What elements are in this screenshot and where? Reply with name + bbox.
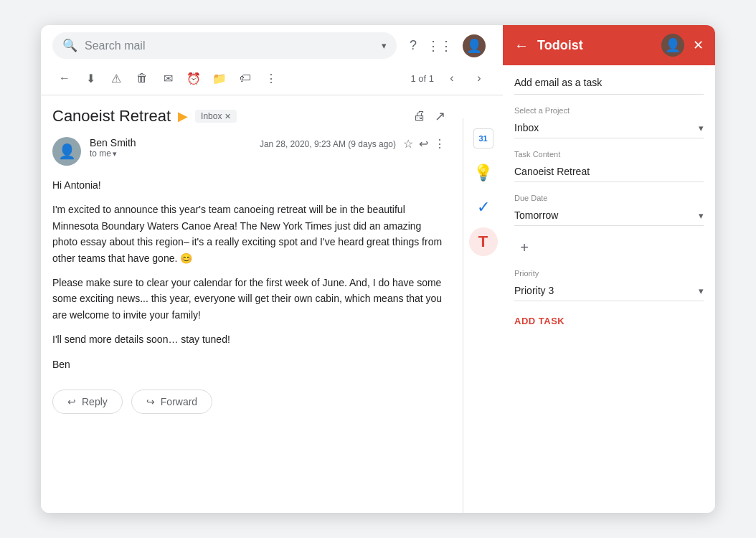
todoist-close-button[interactable]: ✕ bbox=[693, 37, 704, 53]
print-icon[interactable]: 🖨 bbox=[413, 108, 426, 124]
body-greeting: Hi Antonia! bbox=[52, 177, 445, 193]
more-icon[interactable]: ⋮ bbox=[259, 66, 283, 90]
due-date-label: Due Date bbox=[514, 194, 704, 202]
todoist-header: ← Todoist 👤 ✕ bbox=[503, 25, 715, 65]
label-icon[interactable]: 🏷 bbox=[233, 66, 257, 90]
email-header-actions: 🖨 ↗ bbox=[413, 108, 445, 124]
email-body: Hi Antonia! I'm excited to announce this… bbox=[52, 177, 445, 372]
forward-button[interactable]: ↪ Forward bbox=[131, 390, 212, 414]
search-chevron-icon[interactable]: ▾ bbox=[382, 40, 387, 51]
priority-chevron-icon: ▾ bbox=[699, 285, 704, 296]
search-placeholder: Search mail bbox=[85, 39, 374, 52]
todoist-title: Todoist bbox=[537, 38, 653, 53]
more-icon[interactable]: ⋮ bbox=[434, 137, 445, 151]
reply-buttons: ↩ Reply ↪ Forward bbox=[52, 390, 445, 420]
email-meta: 👤 Ben Smith to me ▾ Jan 28, 2020, 9:23 A… bbox=[52, 137, 445, 166]
keep-sidebar-icon[interactable]: 💡 bbox=[469, 159, 498, 187]
inbox-label: Inbox bbox=[201, 111, 222, 121]
email-content: Canoeist Retreat ▶ Inbox ✕ 🖨 ↗ 👤 bbox=[41, 95, 463, 513]
add-email-task-label: Add email as a task bbox=[514, 77, 704, 95]
star-icon[interactable]: ☆ bbox=[403, 137, 413, 151]
project-value: Inbox bbox=[514, 122, 539, 133]
reply-arrow-icon: ↩ bbox=[67, 396, 76, 407]
top-row: 🔍 Search mail ▾ ? ⋮⋮ 👤 bbox=[41, 25, 503, 62]
todoist-body: Add email as a task Select a Project Inb… bbox=[503, 65, 715, 513]
sender-info: Ben Smith to me ▾ bbox=[90, 137, 251, 159]
priority-text: Priority 3 bbox=[514, 285, 554, 296]
snooze-icon[interactable]: ⏰ bbox=[181, 66, 206, 90]
apps-icon[interactable]: ⋮⋮ bbox=[427, 38, 453, 54]
header-icons: ? ⋮⋮ 👤 bbox=[404, 34, 491, 57]
gmail-panel: 🔍 Search mail ▾ ? ⋮⋮ 👤 ← ⬇ ⚠ 🗑 ✉ ⏰ 📁 🏷 ⋮ bbox=[41, 25, 503, 513]
reply-button[interactable]: ↩ Reply bbox=[52, 390, 123, 414]
todoist-sidebar-icon[interactable]: T bbox=[469, 227, 498, 256]
due-date-select[interactable]: Tomorrow ▾ bbox=[514, 205, 704, 226]
tasks-icon: ✓ bbox=[477, 198, 490, 217]
priority-value: Priority 3 bbox=[514, 285, 554, 296]
back-button[interactable]: ← bbox=[52, 66, 77, 90]
task-content-value[interactable]: Canoeist Retreat bbox=[514, 161, 704, 182]
mark-unread-icon[interactable]: ✉ bbox=[156, 66, 180, 90]
email-date: Jan 28, 2020, 9:23 AM (9 days ago) bbox=[260, 139, 396, 149]
body-paragraph-3: I'll send more details soon… stay tuned! bbox=[52, 331, 445, 347]
remove-label-button[interactable]: ✕ bbox=[225, 112, 231, 121]
move-icon[interactable]: 📁 bbox=[207, 66, 232, 90]
todoist-icon: T bbox=[478, 232, 488, 251]
prev-page-button[interactable]: ‹ bbox=[440, 66, 464, 90]
open-in-new-icon[interactable]: ↗ bbox=[435, 108, 445, 124]
delete-icon[interactable]: 🗑 bbox=[130, 66, 154, 90]
forward-label: Forward bbox=[161, 396, 197, 407]
forward-arrow-icon: ▶ bbox=[178, 108, 188, 124]
project-chevron-icon: ▾ bbox=[699, 123, 704, 133]
sender-date-row: Jan 28, 2020, 9:23 AM (9 days ago) ☆ ↩ ⋮ bbox=[260, 137, 445, 151]
forward-arrow-icon: ↪ bbox=[146, 396, 155, 407]
search-area: 🔍 Search mail ▾ bbox=[52, 32, 397, 59]
body-paragraph-1: I'm excited to announce this year's team… bbox=[52, 202, 445, 266]
todoist-back-button[interactable]: ← bbox=[514, 37, 529, 54]
sender-avatar: 👤 bbox=[52, 137, 81, 166]
help-icon[interactable]: ? bbox=[410, 38, 417, 53]
task-content-label: Task Content bbox=[514, 150, 704, 159]
body-paragraph-2: Please make sure to clear your calendar … bbox=[52, 275, 445, 323]
calendar-number: 31 bbox=[478, 134, 487, 143]
calendar-sidebar-icon[interactable]: 31 bbox=[469, 124, 498, 153]
add-task-button[interactable]: ADD TASK bbox=[514, 313, 704, 329]
due-date-text: Tomorrow bbox=[514, 209, 558, 221]
to-label: to me bbox=[90, 148, 111, 159]
email-subject: Canoeist Retreat bbox=[52, 107, 171, 126]
task-content-field-group: Task Content Canoeist Retreat bbox=[514, 150, 704, 182]
search-icon: 🔍 bbox=[62, 38, 77, 53]
todoist-user-avatar[interactable]: 👤 bbox=[661, 34, 684, 57]
priority-label: Priority bbox=[514, 269, 704, 278]
calendar-icon: 31 bbox=[473, 128, 493, 148]
user-avatar[interactable]: 👤 bbox=[463, 34, 486, 57]
pager: 1 of 1 ‹ › bbox=[410, 66, 491, 90]
due-date-value: Tomorrow bbox=[514, 209, 558, 221]
tasks-sidebar-icon[interactable]: ✓ bbox=[469, 193, 498, 222]
sender-name-row: Ben Smith bbox=[90, 137, 251, 148]
add-field-button[interactable]: + bbox=[514, 237, 534, 258]
report-icon[interactable]: ⚠ bbox=[104, 66, 128, 90]
todoist-panel: ← Todoist 👤 ✕ Add email as a task Select… bbox=[503, 25, 715, 513]
email-subject-row: Canoeist Retreat ▶ Inbox ✕ 🖨 ↗ bbox=[52, 107, 445, 126]
due-date-chevron-icon: ▾ bbox=[699, 210, 704, 221]
pager-text: 1 of 1 bbox=[410, 73, 434, 84]
sender-to: to me ▾ bbox=[90, 148, 251, 159]
email-toolbar: ← ⬇ ⚠ 🗑 ✉ ⏰ 📁 🏷 ⋮ 1 of 1 ‹ › bbox=[41, 62, 503, 95]
bulb-icon: 💡 bbox=[473, 164, 493, 182]
reply-icon[interactable]: ↩ bbox=[419, 137, 428, 151]
next-page-button[interactable]: › bbox=[467, 66, 491, 90]
due-date-field-group: Due Date Tomorrow ▾ bbox=[514, 194, 704, 226]
inbox-badge: Inbox ✕ bbox=[195, 110, 237, 123]
body-sign-off: Ben bbox=[52, 357, 445, 372]
project-field-group: Select a Project Inbox ▾ bbox=[514, 106, 704, 138]
archive-icon[interactable]: ⬇ bbox=[78, 66, 103, 90]
recipient-chevron-icon[interactable]: ▾ bbox=[113, 149, 117, 159]
sender-name: Ben Smith bbox=[90, 137, 136, 148]
priority-select[interactable]: Priority 3 ▾ bbox=[514, 280, 704, 301]
project-select[interactable]: Inbox ▾ bbox=[514, 118, 704, 138]
project-label: Select a Project bbox=[514, 106, 704, 115]
gmail-sidebar: 31 💡 ✓ T bbox=[463, 118, 503, 513]
reply-label: Reply bbox=[82, 396, 108, 407]
priority-field-group: Priority Priority 3 ▾ bbox=[514, 269, 704, 301]
